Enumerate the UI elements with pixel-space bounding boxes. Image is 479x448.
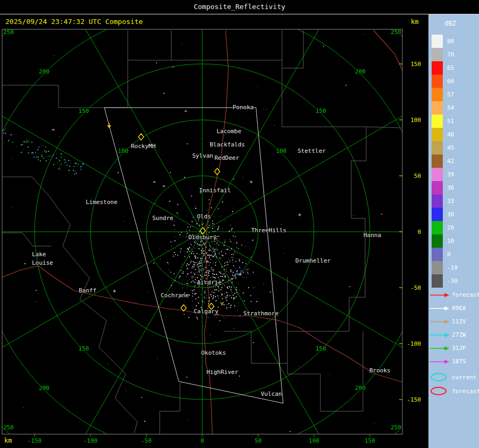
boundary-line	[51, 198, 137, 433]
track-legend-row: 27ZW	[430, 328, 479, 341]
dbz-scale-row: 33	[432, 194, 458, 208]
track-label: 18TS	[452, 358, 466, 365]
city-label: Banff	[79, 287, 96, 294]
range-ring-label: 100	[276, 148, 287, 154]
road-line	[374, 30, 402, 70]
map-symbol-icon: ^	[184, 110, 187, 116]
city-label: Drumheller	[295, 257, 331, 264]
spoke-line	[202, 0, 351, 232]
track-arrow-icon	[430, 292, 450, 298]
track-arrow-icon	[430, 345, 450, 352]
boundary-line	[282, 60, 366, 331]
map-symbol-icon: +	[238, 272, 242, 278]
dbz-scale-value: 54	[447, 104, 454, 111]
boundary-line	[282, 30, 303, 68]
dbz-scale-value: 20	[447, 224, 454, 231]
boundary-line	[0, 233, 51, 246]
dbz-scale-value: 45	[447, 144, 454, 151]
ellipse-icon	[430, 386, 450, 396]
map-symbol-icon: ^	[153, 181, 156, 186]
y-axis-label: 150	[410, 61, 421, 68]
ellipse-label: forecast	[452, 388, 479, 395]
range-ring	[0, 0, 428, 448]
dbz-scale-row: 57	[432, 88, 458, 101]
dbz-scale-value: 36	[447, 184, 454, 191]
reflectivity-echo-layer	[0, 34, 388, 432]
dbz-scale-row: -30	[432, 274, 458, 288]
x-axis-label: -100	[84, 437, 98, 444]
track-legend-row: 111V	[430, 315, 479, 328]
axis-unit-top-right: km	[411, 18, 418, 26]
city-label: HighRiver	[207, 369, 238, 376]
city-label: Cochrane	[161, 292, 189, 299]
dbz-scale-value: 51	[447, 118, 454, 125]
y-axis-label: 0	[417, 229, 421, 235]
dbz-scale-swatch	[432, 181, 443, 194]
city-label: Stettler	[298, 148, 326, 154]
echo-cluster	[0, 128, 84, 175]
dbz-scale-row: -10	[432, 261, 458, 274]
city-label: RedDeer	[214, 154, 240, 161]
range-ring-label: 200	[355, 385, 366, 392]
map-symbol-icon: v	[220, 300, 224, 306]
track-label: 31JP	[452, 345, 466, 352]
track-legend-row: forecast	[430, 288, 479, 302]
spoke-line	[53, 232, 202, 448]
dbz-scale-value: 10	[447, 238, 454, 245]
dbz-scale-swatch	[432, 115, 443, 128]
dbz-scale-row: 60	[432, 75, 458, 88]
track-arrow-icon	[430, 332, 450, 338]
track-legend-row: 31JP	[430, 341, 479, 355]
dbz-scale-swatch	[432, 221, 443, 234]
dbz-scale-row: 54	[432, 101, 458, 115]
dbz-scale-row: 42	[432, 154, 458, 168]
dbz-scale-value: 48	[447, 131, 454, 138]
x-axis-label: 150	[365, 437, 375, 444]
timestamp-label: 2025/09/24 23:47:32 UTC Composite	[5, 18, 143, 26]
boundary-line	[59, 60, 128, 108]
dbz-scale-row: 48	[432, 128, 458, 141]
dbz-scale-value: 70	[447, 51, 454, 58]
city-label: Limestone	[86, 199, 118, 206]
dbz-scale-row: 39	[432, 168, 458, 181]
dbz-scale-swatch	[432, 48, 443, 61]
city-label: Strathmore	[243, 310, 278, 317]
track-legend: forecast09EA111V27ZW31JP18TS	[430, 288, 479, 368]
axis-unit-bottom-left: km	[4, 437, 12, 444]
city-label: Sundre	[152, 215, 174, 222]
dbz-scale-row: 70	[432, 48, 458, 61]
radar-map-canvas[interactable]: 1001502002501502002501502002501001502002…	[0, 0, 428, 448]
dbz-scale-row: 45	[432, 141, 458, 154]
track-legend-row: 09EA	[430, 302, 479, 315]
city-label: Innisfail	[199, 187, 231, 194]
dbz-scale-value: -10	[447, 264, 458, 271]
y-axis-label: -150	[407, 396, 422, 403]
city-label: Lake	[32, 251, 46, 258]
dbz-scale-value: 33	[447, 198, 454, 205]
y-axis-label: 50	[414, 173, 421, 180]
radar-display-area[interactable]: 1001502002501502002501502002501001502002…	[0, 0, 428, 448]
city-label: Vulcan	[261, 390, 282, 397]
polar-grid	[0, 0, 428, 448]
y-axis-label: 100	[410, 117, 421, 124]
range-ring-label: 150	[316, 108, 326, 115]
dbz-scale-swatch	[432, 194, 443, 208]
dbz-scale-row: 36	[432, 181, 458, 194]
dbz-scale-value: 42	[447, 158, 454, 165]
city-label: Sylvan	[192, 152, 213, 159]
map-symbol-icon: ^	[162, 185, 166, 191]
boundary-line	[0, 177, 51, 198]
dbz-scale-value: -30	[447, 278, 458, 284]
dbz-scale-value: 80	[447, 38, 454, 45]
city-label: Okotoks	[201, 349, 226, 356]
ellipse-legend: currentforecast	[430, 370, 479, 398]
dbz-scale-row: 80	[432, 35, 458, 48]
map-symbol-icon: +	[298, 212, 301, 218]
dbz-scale-value: 60	[447, 78, 454, 85]
range-ring-label: 150	[78, 108, 89, 115]
dbz-scale-swatch	[432, 261, 443, 274]
ellipse-legend-row: forecast	[430, 384, 479, 398]
range-ring-label: 250	[3, 424, 14, 431]
city-label: Blackfalds	[210, 141, 245, 148]
track-label: 09EA	[452, 305, 466, 312]
